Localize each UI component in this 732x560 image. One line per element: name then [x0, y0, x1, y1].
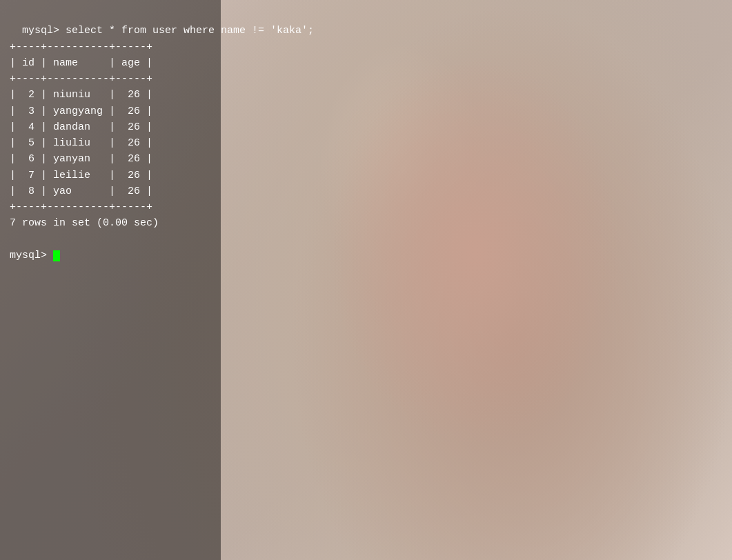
- mysql-prompt-1: mysql>: [22, 25, 66, 37]
- result-info: 7 rows in set (0.00 sec): [10, 217, 159, 229]
- table-row-5: | 6 | yanyan | 26 |: [10, 153, 152, 165]
- table-row-2: | 3 | yangyang | 26 |: [10, 106, 152, 117]
- cursor[interactable]: [53, 250, 60, 261]
- table-row-1: | 2 | niuniu | 26 |: [10, 89, 152, 101]
- terminal-window: mysql> select * from user where name != …: [0, 0, 324, 270]
- mysql-prompt-2: mysql>: [10, 250, 53, 261]
- table-row-4: | 5 | liuliu | 26 |: [10, 137, 152, 149]
- table-top-border: +----+----------+-----+: [10, 41, 152, 53]
- table-bottom-border: +----+----------+-----+: [10, 201, 152, 213]
- table-row-7: | 8 | yao | 26 |: [10, 186, 152, 197]
- table-row-3: | 4 | dandan | 26 |: [10, 121, 152, 133]
- table-header-row: | id | name | age |: [10, 57, 152, 69]
- table-row-6: | 7 | leilie | 26 |: [10, 170, 152, 181]
- sql-query: select * from user where name != 'kaka';: [66, 25, 314, 37]
- table-mid-border: +----+----------+-----+: [10, 73, 152, 85]
